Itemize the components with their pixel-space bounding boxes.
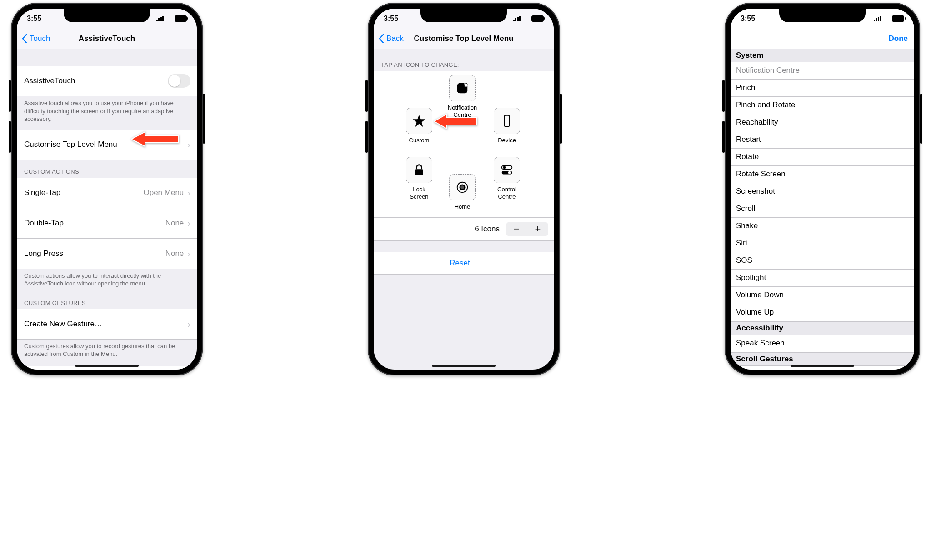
menu-control-centre[interactable]: Control Centre xyxy=(486,157,527,200)
icons-increment-button[interactable]: + xyxy=(527,222,548,236)
svg-point-13 xyxy=(508,171,511,174)
menu-lock-screen[interactable]: Lock Screen xyxy=(399,157,440,200)
back-label: Back xyxy=(386,34,404,43)
custom-actions-header: CUSTOM ACTIONS xyxy=(17,160,197,178)
status-time: 3:55 xyxy=(741,15,755,23)
list-item-pinch-and-rotate[interactable]: Pinch and Rotate xyxy=(731,97,914,114)
list-item-notification-centre: Notification Centre xyxy=(731,62,914,80)
double-tap-label: Double-Tap xyxy=(24,219,165,228)
list-item-speak-screen[interactable]: Speak Screen xyxy=(731,335,914,352)
customise-top-level-menu-row[interactable]: Customise Top Level Menu › xyxy=(17,130,197,160)
chevron-right-icon: › xyxy=(186,249,190,258)
star-icon xyxy=(412,114,426,128)
wifi-icon xyxy=(165,16,173,21)
back-label: Touch xyxy=(30,34,50,43)
long-press-value: None xyxy=(165,249,184,258)
list-item-screenshot[interactable]: Screenshot xyxy=(731,183,914,200)
chevron-left-icon xyxy=(21,34,28,43)
icons-decrement-button[interactable]: − xyxy=(506,222,527,236)
section-accessibility-header: Accessibility xyxy=(731,321,914,335)
chevron-right-icon: › xyxy=(186,219,190,228)
battery-icon xyxy=(175,15,187,22)
signal-icon xyxy=(156,16,164,21)
list-item-reachability[interactable]: Reachability xyxy=(731,114,914,131)
menu-custom[interactable]: Custom xyxy=(399,108,440,144)
svg-point-16 xyxy=(460,185,464,189)
list-item-spotlight[interactable]: Spotlight xyxy=(731,270,914,287)
signal-icon xyxy=(874,16,881,21)
list-item-scroll[interactable]: Scroll xyxy=(731,200,914,218)
section-system-header: System xyxy=(731,49,914,62)
signal-icon xyxy=(513,16,521,21)
create-new-gesture-row[interactable]: Create New Gesture… › xyxy=(17,309,197,340)
list-item-volume-down[interactable]: Volume Down xyxy=(731,287,914,304)
control-centre-icon xyxy=(500,163,514,177)
nav-bar: Back Customise Top Level Menu xyxy=(374,29,554,49)
list-item-volume-up[interactable]: Volume Up xyxy=(731,304,914,321)
double-tap-row[interactable]: Double-Tap None › xyxy=(17,208,197,239)
home-button-icon xyxy=(455,180,469,194)
chevron-right-icon: › xyxy=(186,140,190,149)
list-item-pinch[interactable]: Pinch xyxy=(731,80,914,97)
icons-count-row: 6 Icons − + xyxy=(374,217,554,241)
list-item-siri[interactable]: Siri xyxy=(731,235,914,252)
double-tap-value: None xyxy=(165,219,184,228)
back-button[interactable]: Back xyxy=(378,29,404,49)
single-tap-row[interactable]: Single-Tap Open Menu › xyxy=(17,178,197,208)
single-tap-label: Single-Tap xyxy=(24,188,143,197)
single-tap-value: Open Menu xyxy=(143,188,184,197)
page-title: Customise Top Level Menu xyxy=(414,34,514,43)
section-scroll-gestures-header: Scroll Gestures xyxy=(731,352,914,366)
menu-notification-centre[interactable]: Notification Centre xyxy=(442,75,483,118)
list-item-rotate[interactable]: Rotate xyxy=(731,149,914,166)
svg-marker-5 xyxy=(413,115,425,127)
tap-to-change-header: TAP AN ICON TO CHANGE: xyxy=(374,49,554,71)
svg-point-11 xyxy=(503,166,506,169)
svg-rect-8 xyxy=(504,115,509,126)
list-item-rotate-screen[interactable]: Rotate Screen xyxy=(731,166,914,183)
svg-rect-9 xyxy=(415,169,423,175)
custom-actions-footer: Custom actions allow you to interact dir… xyxy=(17,269,197,291)
page-title: AssistiveTouch xyxy=(79,34,135,43)
nav-bar: Touch AssistiveTouch xyxy=(17,29,197,49)
battery-icon xyxy=(531,15,544,22)
menu-home[interactable]: Home xyxy=(442,174,483,210)
lock-icon xyxy=(412,163,426,177)
list-item-sos[interactable]: SOS xyxy=(731,252,914,270)
icons-count-label: 6 Icons xyxy=(475,225,500,234)
customise-label: Customise Top Level Menu xyxy=(24,140,186,149)
back-button[interactable]: Touch xyxy=(21,29,50,49)
wifi-icon xyxy=(883,16,890,21)
custom-gestures-header: CUSTOM GESTURES xyxy=(17,291,197,309)
toggle-label: AssistiveTouch xyxy=(24,76,168,85)
chevron-right-icon: › xyxy=(186,188,190,197)
custom-gestures-footer: Custom gestures allow you to record gest… xyxy=(17,340,197,362)
reset-button[interactable]: Reset… xyxy=(374,252,554,275)
switch-off-icon[interactable] xyxy=(168,74,190,88)
notification-centre-icon xyxy=(455,81,469,95)
status-time: 3:55 xyxy=(27,15,41,23)
done-label: Done xyxy=(889,34,908,43)
done-button[interactable]: Done xyxy=(889,29,908,49)
status-time: 3:55 xyxy=(384,15,398,23)
chevron-right-icon: › xyxy=(186,320,190,329)
long-press-row[interactable]: Long Press None › xyxy=(17,239,197,269)
nav-bar: Done xyxy=(731,29,914,49)
toggle-footer: AssistiveTouch allows you to use your iP… xyxy=(17,96,197,127)
device-icon xyxy=(500,114,514,128)
assistivetouch-toggle-row[interactable]: AssistiveTouch xyxy=(17,66,197,96)
long-press-label: Long Press xyxy=(24,249,165,258)
list-item-shake[interactable]: Shake xyxy=(731,218,914,235)
chevron-left-icon xyxy=(378,34,385,43)
create-gesture-label: Create New Gesture… xyxy=(24,320,186,329)
list-item-restart[interactable]: Restart xyxy=(731,131,914,149)
reset-label: Reset… xyxy=(450,259,477,268)
menu-device[interactable]: Device xyxy=(486,108,527,144)
wifi-icon xyxy=(522,16,530,21)
battery-icon xyxy=(892,15,904,22)
